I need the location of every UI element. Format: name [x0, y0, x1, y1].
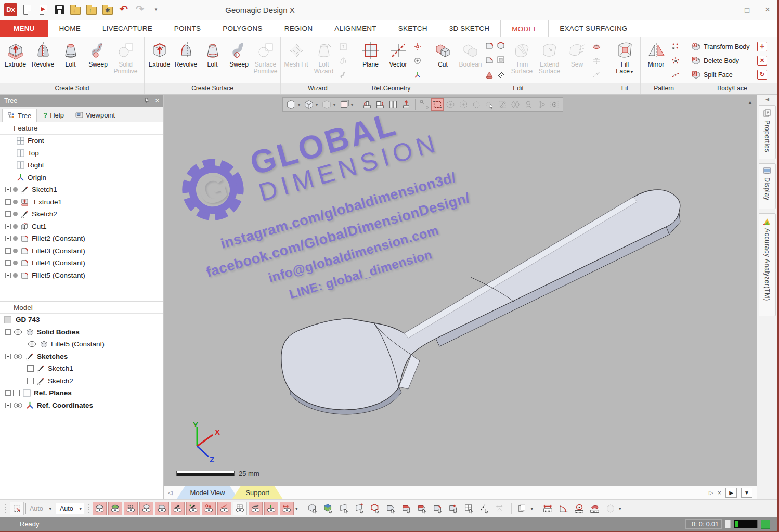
- filter-vertex-button[interactable]: [447, 502, 461, 515]
- eye-icon[interactable]: [13, 400, 23, 410]
- filter-measure-button[interactable]: [494, 502, 508, 515]
- mid-surface-icon[interactable]: [591, 56, 602, 66]
- save-button[interactable]: [53, 3, 66, 16]
- curve-pattern-icon[interactable]: [670, 70, 681, 80]
- visibility-checkbox[interactable]: [27, 365, 34, 372]
- split-face-button[interactable]: Split Face ↻: [691, 70, 773, 80]
- export-button[interactable]: ↑: [85, 3, 98, 16]
- expand-icon[interactable]: [5, 236, 11, 241]
- loft-wizard-button[interactable]: Loft Wizard: [310, 38, 337, 83]
- toggle-body-visibility[interactable]: [155, 502, 169, 515]
- toolbar-grip[interactable]: [87, 504, 89, 513]
- surface-primitive-button[interactable]: Surface Primitive: [252, 38, 279, 83]
- suppress-dot[interactable]: [13, 187, 18, 192]
- tree-item-origin[interactable]: Origin: [0, 172, 163, 184]
- extrude-surface-button[interactable]: Extrude: [146, 38, 173, 83]
- toggle-pointcloud-visibility[interactable]: [124, 502, 138, 515]
- sweep-wizard-icon[interactable]: [338, 70, 348, 80]
- filter-point-button[interactable]: [353, 502, 367, 515]
- view-list-button[interactable]: ▼: [741, 488, 752, 498]
- filter-cell-button[interactable]: [416, 502, 430, 515]
- boolean-button[interactable]: Boolean: [457, 38, 484, 83]
- mirror-button[interactable]: Mirror: [642, 38, 670, 83]
- loft-surface-button[interactable]: Loft: [199, 38, 226, 83]
- extrude-solid-button[interactable]: Extrude: [2, 38, 29, 83]
- fill-face-button[interactable]: Fill Face▼: [611, 38, 639, 83]
- tree-item-sketch2[interactable]: Sketch2: [0, 208, 163, 220]
- tab-help[interactable]: ? Help: [38, 108, 69, 122]
- emboss-icon[interactable]: [496, 55, 506, 65]
- tab-polygons[interactable]: POLYGONS: [212, 20, 273, 37]
- suppress-dot[interactable]: [13, 261, 18, 265]
- tree-item-ref-planes[interactable]: Ref. Planes: [0, 387, 163, 399]
- plane-button[interactable]: Plane: [357, 38, 384, 83]
- transform-body-alt-icon[interactable]: ✛: [757, 42, 767, 51]
- measure-radius-button[interactable]: [572, 502, 586, 515]
- expand-icon[interactable]: [5, 211, 11, 217]
- suppress-dot[interactable]: [13, 273, 18, 278]
- tree-item-extrude1[interactable]: Extrude1: [0, 196, 163, 209]
- toggle-point-visibility[interactable]: [202, 502, 216, 515]
- split-face-alt-icon[interactable]: ↻: [757, 70, 767, 80]
- delete-body-alt-icon[interactable]: ✕: [757, 56, 767, 66]
- tab-support[interactable]: Support: [232, 486, 283, 499]
- filter-edge-button[interactable]: [431, 502, 445, 515]
- import-button[interactable]: ↓: [69, 3, 82, 16]
- collapse-icon[interactable]: [5, 329, 11, 335]
- tab-scroll-left-icon[interactable]: ◁: [164, 489, 176, 496]
- selection-mode-button[interactable]: [10, 502, 24, 515]
- vector-button[interactable]: Vector: [384, 38, 412, 83]
- measure-thickness-button[interactable]: [588, 502, 602, 515]
- ref-polygon-icon[interactable]: [412, 56, 423, 66]
- tree-item-right[interactable]: Right: [0, 159, 163, 172]
- revolve-surface-button[interactable]: Revolve: [173, 38, 199, 83]
- toggle-mesh-visibility[interactable]: [93, 502, 107, 515]
- revolve-solid-button[interactable]: Revolve: [29, 38, 57, 83]
- expand-icon[interactable]: [5, 199, 11, 205]
- filter-face-button[interactable]: [400, 502, 414, 515]
- tab-3d-sketch[interactable]: 3D SKETCH: [438, 20, 501, 37]
- tab-home[interactable]: HOME: [48, 20, 92, 37]
- loft-wings-wizard-icon[interactable]: [338, 56, 348, 66]
- filter-mesh-button[interactable]: [306, 502, 320, 515]
- chamfer-icon[interactable]: [484, 55, 495, 65]
- trim-surface-button[interactable]: Trim Surface: [508, 38, 536, 83]
- expand-icon[interactable]: [5, 260, 11, 266]
- tab-menu[interactable]: MENU: [0, 20, 48, 37]
- tree-item-ref-coordinates[interactable]: Ref. Coordinates: [0, 399, 163, 412]
- toolbar-grip[interactable]: [5, 504, 7, 513]
- suppress-dot[interactable]: [13, 236, 18, 241]
- redo-button[interactable]: ↷: [134, 3, 146, 16]
- fillet-icon[interactable]: [484, 40, 495, 50]
- tab-exact-surfacing[interactable]: EXACT SURFACING: [549, 20, 638, 37]
- filter-solid-button[interactable]: [384, 502, 398, 515]
- transform-body-button[interactable]: Transform Body ✛: [691, 42, 773, 51]
- toggle-3dsketch-visibility[interactable]: [186, 502, 200, 515]
- extrude-wizard-icon[interactable]: [338, 42, 348, 52]
- maximize-button[interactable]: □: [745, 6, 749, 15]
- tab-model[interactable]: MODEL: [500, 20, 549, 37]
- filter-loop-button[interactable]: [369, 502, 383, 515]
- mesh-deviation-button[interactable]: [603, 502, 617, 515]
- offset-surface-icon[interactable]: [591, 42, 602, 52]
- minimize-button[interactable]: –: [725, 6, 729, 15]
- toggle-curve-visibility[interactable]: [217, 502, 231, 515]
- visibility-checkbox[interactable]: [13, 390, 20, 396]
- sidebar-collapse-icon[interactable]: ◀: [765, 97, 769, 102]
- tree-item-fillet5[interactable]: Fillet5 (Constant): [0, 269, 163, 282]
- toggles-more-icon[interactable]: ▾: [295, 506, 298, 511]
- sweep-surface-button[interactable]: Sweep: [226, 38, 252, 83]
- tree-item-sketch1-model[interactable]: Sketch1: [0, 362, 163, 375]
- expand-icon[interactable]: [5, 273, 11, 278]
- fill-face-dropdown[interactable]: ▼: [630, 70, 634, 74]
- eye-icon[interactable]: [13, 352, 23, 361]
- measure-angle-button[interactable]: [556, 502, 570, 515]
- quick-access-more-button[interactable]: ▾: [150, 3, 162, 16]
- ref-point-icon[interactable]: [412, 42, 423, 52]
- viewport-3d[interactable]: ▾ ▾ ▾ ▾: [164, 95, 757, 486]
- toggle-plane-visibility[interactable]: [233, 502, 247, 515]
- tree-item-fillet5-body[interactable]: Fillet5 (Constant): [0, 338, 163, 351]
- measure-distance-button[interactable]: [541, 502, 555, 515]
- suppress-dot[interactable]: [13, 212, 18, 216]
- tree-item-gd743[interactable]: GD 743: [0, 314, 163, 326]
